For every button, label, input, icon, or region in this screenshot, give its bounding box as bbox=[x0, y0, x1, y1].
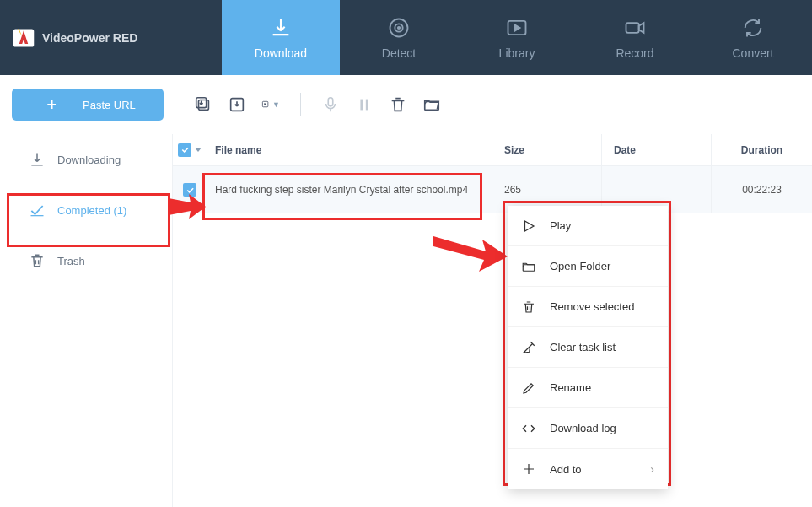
logo-area: VideoPower RED bbox=[0, 26, 222, 50]
detect-icon bbox=[387, 16, 411, 40]
sidebar-item-trash[interactable]: Trash bbox=[0, 235, 172, 286]
convert-icon bbox=[741, 16, 765, 40]
dropdown-caret-icon[interactable] bbox=[195, 148, 202, 152]
body-area: Downloading Completed (1) Trash File nam… bbox=[0, 134, 812, 507]
header-date[interactable]: Date bbox=[601, 134, 711, 165]
download-icon bbox=[269, 16, 293, 40]
broom-icon bbox=[521, 340, 536, 355]
sidebar-completed-label: Completed (1) bbox=[57, 204, 126, 217]
trash-icon bbox=[29, 252, 46, 269]
content-area: File name Size Date Duration Hard fuckin… bbox=[173, 134, 812, 507]
sidebar-item-downloading[interactable]: Downloading bbox=[0, 134, 172, 185]
menu-add-to[interactable]: Add to › bbox=[508, 449, 668, 489]
batch-download-icon[interactable] bbox=[194, 95, 212, 114]
menu-play-label: Play bbox=[550, 219, 571, 232]
menu-open-folder[interactable]: Open Folder bbox=[508, 246, 668, 287]
menu-download-log[interactable]: Download log bbox=[508, 408, 668, 449]
svg-rect-10 bbox=[328, 98, 333, 106]
menu-clear-task-list[interactable]: Clear task list bbox=[508, 327, 668, 368]
table-row[interactable]: Hard fucking step sister Marilyn Crystal… bbox=[173, 166, 812, 213]
menu-open-folder-label: Open Folder bbox=[550, 260, 610, 272]
header-duration[interactable]: Duration bbox=[711, 134, 812, 165]
menu-clear-task-list-label: Clear task list bbox=[550, 341, 616, 353]
chevron-right-icon: › bbox=[650, 462, 654, 476]
library-icon bbox=[505, 16, 529, 40]
row-checkbox[interactable] bbox=[183, 183, 196, 197]
sidebar-item-completed[interactable]: Completed (1) bbox=[0, 185, 172, 235]
toolbar: + Paste URL ▼ bbox=[0, 75, 812, 134]
menu-play[interactable]: Play bbox=[508, 206, 668, 246]
main-nav: Download Detect Library Record Convert bbox=[222, 0, 812, 75]
nav-detect[interactable]: Detect bbox=[340, 0, 458, 75]
nav-detect-label: Detect bbox=[382, 46, 416, 60]
code-icon bbox=[521, 421, 536, 436]
nav-record-label: Record bbox=[616, 46, 653, 60]
svg-rect-5 bbox=[626, 23, 639, 33]
nav-library-label: Library bbox=[499, 46, 535, 60]
svg-rect-6 bbox=[199, 100, 209, 111]
plus-icon: + bbox=[46, 94, 57, 116]
nav-library[interactable]: Library bbox=[458, 0, 576, 75]
sidebar: Downloading Completed (1) Trash bbox=[0, 134, 173, 507]
app-header: VideoPower RED Download Detect Library R… bbox=[0, 0, 812, 75]
paste-url-button[interactable]: + Paste URL bbox=[12, 89, 164, 121]
open-folder-icon[interactable] bbox=[422, 95, 441, 114]
folder-icon bbox=[521, 259, 536, 274]
paste-url-label: Paste URL bbox=[83, 99, 136, 111]
context-menu: Play Open Folder Remove selected Clear t… bbox=[508, 206, 668, 489]
row-checkbox-col[interactable] bbox=[173, 183, 207, 197]
toolbar-icons: ▼ bbox=[194, 93, 441, 116]
svg-rect-11 bbox=[360, 100, 363, 111]
single-download-icon[interactable] bbox=[228, 95, 246, 114]
menu-rename-label: Rename bbox=[550, 381, 591, 394]
trash-icon bbox=[521, 299, 536, 315]
nav-record[interactable]: Record bbox=[576, 0, 694, 75]
pause-icon[interactable] bbox=[355, 95, 374, 114]
app-logo-icon bbox=[12, 26, 35, 50]
nav-convert-label: Convert bbox=[732, 46, 773, 60]
row-filename: Hard fucking step sister Marilyn Crystal… bbox=[207, 184, 492, 196]
menu-rename[interactable]: Rename bbox=[508, 368, 668, 408]
completed-icon bbox=[29, 202, 46, 218]
nav-download-label: Download bbox=[255, 46, 307, 60]
mic-icon[interactable] bbox=[321, 95, 340, 114]
select-all-checkbox[interactable] bbox=[178, 143, 191, 157]
record-icon bbox=[623, 16, 647, 40]
row-duration: 00:22:23 bbox=[711, 166, 812, 213]
header-checkbox-col[interactable] bbox=[173, 143, 207, 157]
nav-download[interactable]: Download bbox=[222, 0, 340, 75]
sidebar-trash-label: Trash bbox=[57, 255, 85, 267]
app-title: VideoPower RED bbox=[42, 31, 137, 45]
header-filename[interactable]: File name bbox=[207, 144, 492, 156]
header-size[interactable]: Size bbox=[492, 134, 601, 165]
downloading-icon bbox=[29, 151, 46, 168]
menu-remove-selected-label: Remove selected bbox=[550, 300, 634, 313]
menu-add-to-label: Add to bbox=[550, 463, 582, 476]
menu-download-log-label: Download log bbox=[550, 422, 616, 434]
sidebar-downloading-label: Downloading bbox=[57, 154, 121, 166]
plus-icon bbox=[521, 461, 536, 477]
nav-convert[interactable]: Convert bbox=[694, 0, 812, 75]
svg-point-3 bbox=[398, 26, 400, 28]
convert-settings-icon[interactable]: ▼ bbox=[261, 95, 280, 114]
table-header: File name Size Date Duration bbox=[173, 134, 812, 166]
pencil-icon bbox=[521, 380, 536, 396]
svg-rect-12 bbox=[366, 100, 368, 111]
toolbar-separator bbox=[300, 93, 301, 116]
delete-icon[interactable] bbox=[389, 95, 407, 114]
play-icon bbox=[521, 218, 536, 234]
menu-remove-selected[interactable]: Remove selected bbox=[508, 287, 668, 327]
dropdown-caret-icon: ▼ bbox=[272, 100, 280, 109]
